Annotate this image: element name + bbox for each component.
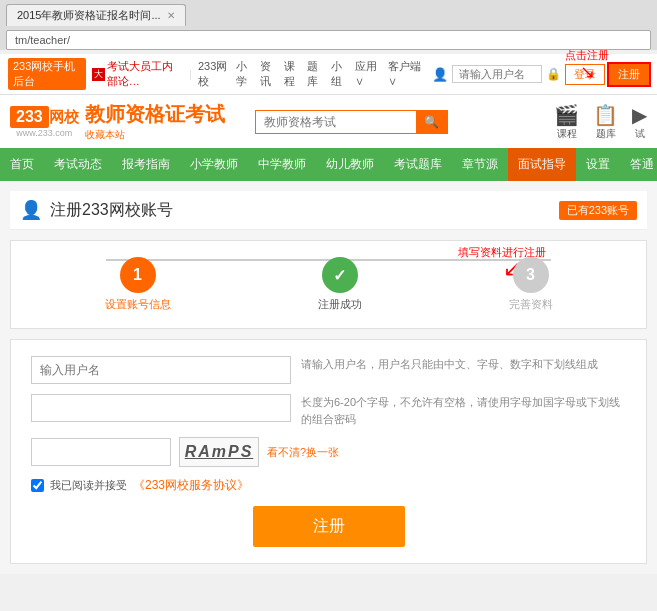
register-tip: 点击注册 ↘ bbox=[565, 48, 609, 81]
nav-answer[interactable]: 答通 bbox=[620, 148, 657, 181]
username-row: 请输入用户名，用户名只能由中文、字母、数字和下划线组成 bbox=[31, 356, 626, 384]
agree-text: 我已阅读并接受 bbox=[50, 478, 127, 493]
captcha-refresh-link[interactable]: 看不清?换一张 bbox=[267, 445, 339, 460]
user-icon: 👤 bbox=[432, 67, 448, 82]
site-title: 教师资格证考试 bbox=[85, 101, 225, 128]
nav-link-bank[interactable]: 题库 bbox=[307, 59, 325, 89]
nav-home[interactable]: 首页 bbox=[0, 148, 44, 181]
nav-settings[interactable]: 设置 bbox=[576, 148, 620, 181]
step-3-circle: 3 bbox=[513, 257, 549, 293]
agreement-link[interactable]: 《233网校服务协议》 bbox=[133, 477, 249, 494]
register-tip-arrow-icon: ↘ bbox=[580, 63, 595, 81]
password-row: 长度为6-20个字母，不允许有空格，请使用字母加国字母或下划线的组合密码 bbox=[31, 394, 626, 427]
top-nav-links: 233网校手机后台 大 考试大员工内部论… | 233网校 小学 资讯 课程 题… bbox=[8, 58, 424, 90]
browser-tab[interactable]: 2015年教师资格证报名时间... ✕ bbox=[6, 4, 186, 26]
nav-exam-news[interactable]: 考试动态 bbox=[44, 148, 112, 181]
agree-row: 我已阅读并接受 《233网校服务协议》 bbox=[31, 477, 626, 494]
page-title-bar: 👤 注册233网校账号 已有233账号 bbox=[10, 191, 647, 230]
step-1-circle: 1 bbox=[120, 257, 156, 293]
address-bar[interactable]: tm/teacher/ bbox=[6, 30, 651, 50]
top-nav: 233网校手机后台 大 考试大员工内部论… | 233网校 小学 资讯 课程 题… bbox=[0, 54, 657, 95]
logo-233: 233 bbox=[10, 106, 49, 128]
nav-exam-guide[interactable]: 报考指南 bbox=[112, 148, 180, 181]
nav-kindergarten-teacher[interactable]: 幼儿教师 bbox=[316, 148, 384, 181]
username-input-top[interactable] bbox=[452, 65, 542, 83]
more-icon: ▶ bbox=[632, 103, 647, 127]
already-login-badge[interactable]: 已有233账号 bbox=[559, 201, 637, 220]
captcha-row: RAmPS 看不清?换一张 bbox=[31, 437, 626, 467]
captcha-group: RAmPS 看不清?换一张 bbox=[31, 437, 339, 467]
nav-link-news[interactable]: 资讯 bbox=[260, 59, 278, 89]
browser-chrome: 2015年教师资格证报名时间... ✕ tm/teacher/ bbox=[0, 0, 657, 50]
password-field[interactable] bbox=[31, 394, 291, 422]
search-bar: 🔍 bbox=[255, 110, 448, 134]
register-submit-button[interactable]: 注册 bbox=[253, 506, 405, 547]
site-header: 233 网校 www.233.com 教师资格证考试 收藏本站 🔍 🎬 课程 📋… bbox=[0, 95, 657, 148]
page-content: 👤 注册233网校账号 已有233账号 1 设置账号信息 ✓ 注册成功 3 完善… bbox=[0, 181, 657, 574]
logo-suffix: 网校 bbox=[49, 108, 79, 127]
video-icon: 🎬 bbox=[554, 103, 579, 127]
steps-container: 1 设置账号信息 ✓ 注册成功 3 完善资料 填写资料进行注册 ↙ bbox=[10, 240, 647, 329]
bank-icon: 📋 bbox=[593, 103, 618, 127]
tab-close-icon[interactable]: ✕ bbox=[167, 10, 175, 21]
bookmark-link[interactable]: 收藏本站 bbox=[85, 128, 225, 142]
nav-link-client[interactable]: 客户端 ∨ bbox=[388, 59, 424, 89]
step-2-circle: ✓ bbox=[322, 257, 358, 293]
step-2-label: 注册成功 bbox=[318, 297, 362, 312]
captcha-input[interactable] bbox=[31, 438, 171, 466]
nav-exam-bank[interactable]: 考试题库 bbox=[384, 148, 452, 181]
nav-link-app[interactable]: 应用 ∨ bbox=[355, 59, 382, 89]
search-button[interactable]: 🔍 bbox=[416, 111, 447, 133]
step-2: ✓ 注册成功 bbox=[318, 257, 362, 312]
username-hint: 请输入用户名，用户名只能由中文、字母、数字和下划线组成 bbox=[301, 356, 626, 373]
nav-link-course[interactable]: 课程 bbox=[284, 59, 302, 89]
steps-row: 1 设置账号信息 ✓ 注册成功 3 完善资料 bbox=[31, 257, 626, 312]
bank-icon-link[interactable]: 📋 题库 bbox=[593, 103, 618, 141]
agree-checkbox[interactable] bbox=[31, 479, 44, 492]
top-logo-link[interactable]: 233网校手机后台 bbox=[8, 58, 86, 90]
step-3: 3 完善资料 bbox=[509, 257, 553, 312]
username-field[interactable] bbox=[31, 356, 291, 384]
nav-chapters[interactable]: 章节源 bbox=[452, 148, 508, 181]
main-nav: 首页 考试动态 报考指南 小学教师 中学教师 幼儿教师 考试题库 章节源 面试指… bbox=[0, 148, 657, 181]
header-icons: 🎬 课程 📋 题库 ▶ 试 bbox=[554, 103, 647, 141]
nav-middle-teacher[interactable]: 中学教师 bbox=[248, 148, 316, 181]
lock-icon: 🔒 bbox=[546, 67, 561, 81]
nav-primary-teacher[interactable]: 小学教师 bbox=[180, 148, 248, 181]
user-page-icon: 👤 bbox=[20, 199, 42, 221]
search-input[interactable] bbox=[256, 111, 416, 133]
step-1: 1 设置账号信息 bbox=[105, 257, 171, 312]
site-logo: 233 网校 www.233.com 教师资格证考试 收藏本站 bbox=[10, 101, 225, 142]
nav-link-233[interactable]: 233网校 bbox=[198, 59, 230, 89]
form-container: 请输入用户名，用户名只能由中文、字母、数字和下划线组成 长度为6-20个字母，不… bbox=[10, 339, 647, 564]
captcha-image: RAmPS bbox=[179, 437, 259, 467]
nav-interview[interactable]: 面试指导 bbox=[508, 148, 576, 181]
top-nav-right: 👤 🔒 登录 注册 bbox=[432, 64, 649, 85]
step-3-label: 完善资料 bbox=[509, 297, 553, 312]
course-icon-link[interactable]: 🎬 课程 bbox=[554, 103, 579, 141]
exam-link[interactable]: 大 考试大员工内部论… bbox=[92, 59, 183, 89]
more-icon-link[interactable]: ▶ 试 bbox=[632, 103, 647, 141]
password-hint: 长度为6-20个字母，不允许有空格，请使用字母加国字母或下划线的组合密码 bbox=[301, 394, 626, 427]
page-title: 注册233网校账号 bbox=[50, 200, 173, 221]
register-button-top[interactable]: 注册 bbox=[609, 64, 649, 85]
step-1-label: 设置账号信息 bbox=[105, 297, 171, 312]
nav-link-primary[interactable]: 小学 bbox=[236, 59, 254, 89]
tab-label: 2015年教师资格证报名时间... bbox=[17, 8, 161, 23]
logo-url: www.233.com bbox=[16, 128, 72, 138]
nav-link-group[interactable]: 小组 bbox=[331, 59, 349, 89]
